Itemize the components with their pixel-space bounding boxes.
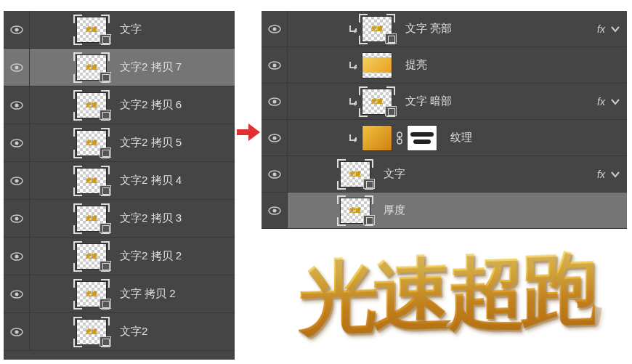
visibility-toggle[interactable]	[4, 124, 30, 161]
eye-icon	[10, 252, 23, 261]
layer-mask-thumbnail[interactable]	[407, 125, 437, 151]
layer-row[interactable]: 光速 文字2 拷贝 5	[4, 124, 235, 162]
layer-name[interactable]: 文字2 拷贝 6	[120, 98, 182, 112]
visibility-toggle[interactable]	[262, 120, 288, 155]
layer-row[interactable]: 光速 文字 暗部 fx	[262, 84, 627, 120]
svg-point-13	[15, 254, 18, 258]
indent	[327, 84, 349, 119]
layer-row[interactable]: 提亮	[262, 47, 627, 84]
layer-name[interactable]: 厚度	[384, 203, 405, 217]
layer-name[interactable]: 文字 暗部	[405, 94, 452, 108]
eye-icon	[10, 101, 23, 110]
visibility-toggle[interactable]	[262, 11, 288, 46]
visibility-toggle[interactable]	[4, 238, 30, 275]
eye-icon	[10, 139, 23, 147]
layer-name[interactable]: 文字 亮部	[405, 22, 452, 36]
indent	[327, 47, 349, 83]
layer-row[interactable]: 光速 文字 fx	[262, 156, 627, 193]
chevron-down-icon[interactable]	[611, 25, 620, 33]
fx-badge[interactable]: fx	[597, 23, 605, 35]
layer-name[interactable]: 纹理	[450, 131, 472, 145]
eye-icon	[10, 290, 23, 299]
layer-row[interactable]: 纹理	[262, 120, 627, 156]
layer-name[interactable]: 文字2 拷贝 4	[120, 174, 182, 187]
svg-point-19	[272, 27, 276, 31]
layer-row[interactable]: 光速 厚度	[262, 193, 627, 229]
layer-name[interactable]: 文字 拷贝 2	[120, 287, 176, 301]
layer-name[interactable]: 文字	[384, 167, 405, 181]
visibility-toggle[interactable]	[262, 84, 288, 119]
layer-thumbnail[interactable]: 光速	[340, 198, 370, 224]
chevron-down-icon[interactable]	[611, 171, 620, 178]
svg-point-17	[15, 330, 18, 333]
layer-thumbnail[interactable]	[362, 52, 392, 78]
indent	[327, 156, 340, 192]
smart-object-icon	[100, 299, 111, 309]
indent	[288, 193, 327, 228]
smart-object-icon	[363, 179, 375, 189]
visibility-toggle[interactable]	[4, 200, 30, 237]
eye-icon	[268, 134, 281, 142]
smart-object-icon	[363, 215, 375, 225]
visibility-toggle[interactable]	[262, 47, 288, 83]
layer-row[interactable]: 光速 文字 亮部 fx	[262, 11, 627, 47]
layer-row[interactable]: 光速 文字2 拷贝 4	[4, 162, 235, 200]
layer-name[interactable]: 文字2 拷贝 2	[120, 249, 182, 263]
layer-thumbnail[interactable]: 光速	[362, 16, 392, 42]
layer-thumbnail[interactable]: 光速	[76, 168, 107, 194]
layer-thumbnail[interactable]: 光速	[340, 161, 370, 187]
fx-badge[interactable]: fx	[597, 96, 605, 108]
svg-point-25	[272, 136, 276, 139]
eye-icon	[268, 170, 281, 179]
layer-thumbnail[interactable]: 光速	[76, 281, 107, 307]
svg-point-21	[272, 63, 276, 67]
smart-object-icon	[100, 34, 111, 44]
layer-thumbnail[interactable]	[362, 125, 392, 151]
layer-thumbnail[interactable]: 光速	[76, 319, 107, 345]
layer-thumbnail[interactable]: 光速	[76, 206, 107, 232]
indent	[30, 162, 76, 199]
visibility-toggle[interactable]	[4, 86, 30, 124]
layer-name[interactable]: 文字2	[120, 325, 147, 339]
clipping-mask-icon	[349, 60, 359, 70]
layer-row[interactable]: 光速 文字2 拷贝 7	[4, 49, 235, 86]
layer-thumbnail[interactable]: 光速	[76, 243, 107, 270]
layer-thumbnail[interactable]: 光速	[76, 54, 107, 81]
visibility-toggle[interactable]	[4, 49, 30, 86]
layer-name[interactable]: 文字2 拷贝 5	[120, 136, 182, 150]
svg-point-7	[15, 141, 18, 145]
layer-thumbnail[interactable]: 光速	[76, 130, 107, 156]
svg-point-30	[272, 172, 276, 176]
layer-row[interactable]: 光速 文字2 拷贝 6	[4, 86, 235, 124]
layer-name[interactable]: 文字	[120, 23, 142, 36]
layer-row[interactable]: 光速 文字2	[4, 313, 235, 351]
smart-object-icon	[100, 336, 111, 347]
layer-name[interactable]: 提亮	[405, 58, 427, 72]
layer-thumbnail[interactable]: 光速	[76, 17, 107, 43]
smart-object-icon	[100, 110, 111, 120]
layer-thumbnail[interactable]: 光速	[362, 89, 392, 115]
layer-name[interactable]: 文字2 拷贝 7	[120, 60, 182, 74]
svg-point-15	[15, 292, 18, 296]
visibility-toggle[interactable]	[4, 313, 30, 350]
visibility-toggle[interactable]	[262, 193, 288, 228]
visibility-toggle[interactable]	[262, 156, 288, 192]
chevron-down-icon[interactable]	[611, 98, 620, 105]
artwork-preview: 光速超跑	[272, 234, 621, 354]
link-icon[interactable]	[395, 132, 404, 145]
visibility-toggle[interactable]	[4, 162, 30, 199]
visibility-toggle[interactable]	[4, 11, 30, 48]
layers-panel-left: 光速 文字 光速 文字2 拷贝 7 光速 文字2 拷贝 6	[4, 11, 235, 360]
smart-object-icon	[100, 261, 111, 271]
svg-point-32	[272, 209, 276, 212]
visibility-toggle[interactable]	[4, 275, 30, 312]
eye-icon	[10, 214, 23, 223]
eye-icon	[268, 25, 281, 33]
layer-row[interactable]: 光速 文字 拷贝 2	[4, 275, 235, 313]
layer-row[interactable]: 光速 文字2 拷贝 3	[4, 200, 235, 238]
layer-name[interactable]: 文字2 拷贝 3	[120, 211, 182, 225]
layer-row[interactable]: 光速 文字	[4, 11, 235, 49]
layer-thumbnail[interactable]: 光速	[76, 92, 107, 118]
fx-badge[interactable]: fx	[597, 169, 605, 180]
layer-row[interactable]: 光速 文字2 拷贝 2	[4, 238, 235, 275]
